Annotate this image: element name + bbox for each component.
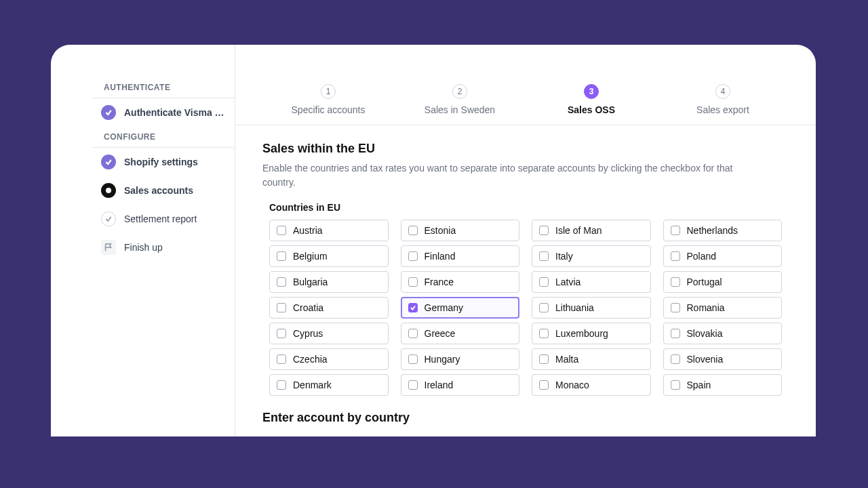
checkbox-icon	[539, 251, 549, 261]
step-sales-export[interactable]: 4 Sales export	[657, 84, 789, 115]
sidebar-section-authenticate: AUTHENTICATE	[92, 77, 235, 98]
step-sales-oss[interactable]: 3 Sales OSS	[526, 84, 657, 115]
section-title-enter-account: Enter account by country	[262, 411, 789, 425]
country-label: France	[425, 277, 454, 287]
checkbox-icon	[408, 303, 418, 312]
checkbox-icon	[539, 226, 549, 235]
country-option-netherlands[interactable]: Netherlands	[663, 220, 783, 241]
checkbox-icon	[408, 277, 418, 287]
country-label: Czechia	[293, 354, 328, 365]
checkbox-icon	[277, 277, 286, 287]
country-option-czechia[interactable]: Czechia	[269, 348, 389, 370]
checkbox-icon	[277, 251, 286, 261]
checkbox-icon	[671, 303, 680, 312]
country-label: Hungary	[425, 354, 460, 365]
content-area: Sales within the EU Enable the countries…	[235, 125, 816, 425]
check-icon	[101, 105, 116, 120]
country-label: Slovakia	[687, 328, 723, 339]
checkbox-icon	[671, 380, 680, 390]
sidebar-item-label: Authenticate Visma e...	[124, 107, 225, 118]
sidebar-section-configure: CONFIGURE	[92, 127, 235, 147]
country-option-austria[interactable]: Austria	[269, 220, 389, 241]
checkbox-icon	[539, 380, 549, 390]
country-option-isle-of-man[interactable]: Isle of Man	[532, 220, 651, 241]
step-specific-accounts[interactable]: 1 Specific accounts	[262, 84, 394, 115]
sidebar: AUTHENTICATE Authenticate Visma e... CON…	[92, 45, 235, 436]
country-option-bulgaria[interactable]: Bulgaria	[269, 271, 389, 293]
country-option-denmark[interactable]: Denmark	[269, 374, 389, 396]
country-label: Belgium	[293, 251, 328, 262]
country-option-belgium[interactable]: Belgium	[269, 245, 389, 267]
flag-icon	[101, 240, 116, 255]
step-number: 1	[321, 84, 336, 99]
checkbox-icon	[539, 277, 549, 287]
country-label: Romania	[687, 302, 725, 313]
sidebar-item-authenticate-visma[interactable]: Authenticate Visma e...	[92, 98, 235, 127]
country-option-latvia[interactable]: Latvia	[532, 271, 651, 293]
country-option-malta[interactable]: Malta	[532, 348, 651, 370]
country-option-estonia[interactable]: Estonia	[401, 220, 520, 241]
sidebar-item-settlement-report[interactable]: Settlement report	[92, 205, 235, 233]
checkbox-icon	[277, 329, 286, 338]
country-option-italy[interactable]: Italy	[532, 245, 651, 267]
country-label: Poland	[687, 251, 717, 262]
checkbox-icon	[408, 380, 418, 390]
sidebar-item-finish-up[interactable]: Finish up	[92, 233, 235, 262]
pending-step-icon	[101, 211, 116, 226]
sidebar-item-sales-accounts[interactable]: Sales accounts	[92, 176, 235, 205]
country-option-slovenia[interactable]: Slovenia	[663, 348, 783, 370]
main-panel: 1 Specific accounts 2 Sales in Sweden 3 …	[235, 45, 816, 436]
country-option-france[interactable]: France	[401, 271, 520, 293]
sidebar-item-label: Finish up	[124, 242, 163, 253]
step-sales-in-sweden[interactable]: 2 Sales in Sweden	[394, 84, 526, 115]
check-icon	[101, 155, 116, 169]
country-label: Austria	[293, 225, 323, 236]
country-option-slovakia[interactable]: Slovakia	[663, 323, 783, 344]
country-label: Lithuania	[555, 302, 594, 313]
country-option-spain[interactable]: Spain	[663, 374, 783, 396]
step-number: 2	[452, 84, 467, 99]
country-option-monaco[interactable]: Monaco	[532, 374, 651, 396]
country-label: Latvia	[555, 277, 580, 287]
country-option-portugal[interactable]: Portugal	[663, 271, 783, 293]
checkbox-icon	[671, 251, 680, 261]
stepper: 1 Specific accounts 2 Sales in Sweden 3 …	[235, 72, 816, 125]
country-option-germany[interactable]: Germany	[401, 297, 520, 319]
step-number: 3	[584, 84, 599, 99]
current-step-icon	[101, 183, 116, 198]
step-label: Sales OSS	[568, 104, 615, 115]
country-option-hungary[interactable]: Hungary	[401, 348, 520, 370]
sidebar-item-shopify-settings[interactable]: Shopify settings	[92, 148, 235, 176]
countries-subtitle: Countries in EU	[269, 202, 789, 213]
country-label: Spain	[687, 380, 711, 390]
country-option-croatia[interactable]: Croatia	[269, 297, 389, 319]
checkbox-icon	[671, 329, 680, 338]
country-label: Bulgaria	[293, 277, 328, 287]
country-option-romania[interactable]: Romania	[663, 297, 783, 319]
checkbox-icon	[671, 226, 680, 235]
country-label: Slovenia	[687, 354, 724, 365]
country-option-lithuania[interactable]: Lithuania	[532, 297, 651, 319]
checkbox-icon	[408, 329, 418, 338]
checkbox-icon	[539, 303, 549, 312]
checkbox-icon	[539, 354, 549, 364]
country-option-poland[interactable]: Poland	[663, 245, 783, 267]
country-option-cyprus[interactable]: Cyprus	[269, 323, 389, 344]
sidebar-item-label: Shopify settings	[124, 157, 198, 167]
country-option-luxembourg[interactable]: Luxembourg	[532, 323, 651, 344]
settings-card: AUTHENTICATE Authenticate Visma e... CON…	[51, 45, 816, 436]
checkbox-icon	[539, 329, 549, 338]
sidebar-item-label: Sales accounts	[124, 185, 193, 196]
country-label: Portugal	[687, 277, 722, 287]
country-option-finland[interactable]: Finland	[401, 245, 520, 267]
country-label: Denmark	[293, 380, 332, 390]
checkbox-icon	[408, 354, 418, 364]
checkbox-icon	[671, 354, 680, 364]
country-option-greece[interactable]: Greece	[401, 323, 520, 344]
country-option-ireland[interactable]: Ireland	[401, 374, 520, 396]
checkbox-icon	[277, 380, 286, 390]
countries-grid: AustriaBelgiumBulgariaCroatiaCyprusCzech…	[269, 220, 782, 396]
checkbox-icon	[671, 277, 680, 287]
country-label: Greece	[425, 328, 456, 339]
country-label: Malta	[555, 354, 578, 365]
